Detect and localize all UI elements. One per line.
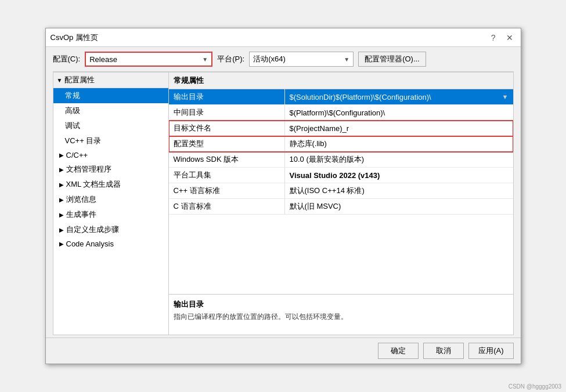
tree-item-browse[interactable]: ▶ 浏览信息 (53, 192, 168, 207)
prop-value-cpp-standard: 默认(ISO C++14 标准) (285, 183, 513, 198)
prop-section-title: 常规属性 (174, 75, 204, 86)
config-dropdown[interactable]: Release ▼ (85, 52, 212, 67)
tree-item-linker[interactable]: ▶ 文档管理程序 (53, 162, 168, 177)
prop-row-sdk-version[interactable]: Windows SDK 版本 10.0 (最新安装的版本) (169, 152, 513, 168)
tree-browse-label: 浏览信息 (66, 194, 96, 205)
prop-row-config-type[interactable]: 配置类型 静态库(.lib) (169, 136, 513, 152)
prop-row-platform-toolset[interactable]: 平台工具集 Visual Studio 2022 (v143) (169, 168, 513, 183)
description-text: 指向已编译程序的放置位置的路径。可以包括环境变量。 (174, 312, 509, 322)
properties-dialog: CsvOp 属性页 ? ✕ 配置(C): Release ▼ 平台(P): 活动… (45, 28, 521, 364)
prop-value-inter-dir: $(Platform)\$(Configuration)\ (285, 105, 513, 120)
platform-dropdown-arrow: ▼ (344, 56, 349, 63)
tree-item-build-events[interactable]: ▶ 生成事件 (53, 207, 168, 222)
tree-build-label: 生成事件 (66, 209, 96, 220)
prop-name-inter-dir: 中间目录 (169, 105, 285, 120)
title-bar: CsvOp 属性页 ? ✕ (46, 28, 521, 47)
platform-dropdown[interactable]: 活动(x64) ▼ (249, 52, 354, 67)
prop-name-target-name: 目标文件名 (169, 121, 285, 136)
config-bar: 配置(C): Release ▼ 平台(P): 活动(x64) ▼ 配置管理器(… (46, 47, 521, 71)
prop-value-target-name: $(ProjectName)_r (285, 121, 513, 136)
dialog-title: CsvOp 属性页 (51, 32, 98, 43)
prop-name-sdk-version: Windows SDK 版本 (169, 152, 285, 167)
description-title: 输出目录 (174, 299, 509, 310)
prop-name-config-type: 配置类型 (169, 136, 285, 151)
platform-value: 活动(x64) (253, 54, 286, 64)
prop-row-output-dir[interactable]: 输出目录 $(SolutionDir)$(Platform)\$(Configu… (169, 89, 513, 105)
tree-item-vc-dir[interactable]: VC++ 目录 (53, 133, 168, 148)
tree-item-general[interactable]: 常规 (53, 88, 168, 103)
bottom-bar: 确定 取消 应用(A) (46, 337, 521, 364)
main-content: ▼ 配置属性 常规 高级 调试 VC++ 目录 ▶ C/C++ ▶ 文档管理程序… (53, 71, 514, 335)
watermark: CSDN @hgggg2003 (509, 383, 561, 390)
config-dropdown-arrow: ▼ (202, 56, 208, 63)
prop-table: 输出目录 $(SolutionDir)$(Platform)\$(Configu… (169, 89, 513, 294)
help-button[interactable]: ? (488, 32, 499, 43)
prop-section-header: 常规属性 (169, 72, 513, 89)
prop-name-c-standard: C 语言标准 (169, 199, 285, 214)
prop-name-output-dir: 输出目录 (169, 89, 285, 104)
tree-cpp-arrow: ▶ (59, 152, 64, 158)
cancel-button[interactable]: 取消 (423, 343, 464, 359)
tree-item-code-analysis[interactable]: ▶ Code Analysis (53, 237, 168, 251)
prop-row-cpp-standard[interactable]: C++ 语言标准 默认(ISO C++14 标准) (169, 183, 513, 199)
tree-item-debug[interactable]: 调试 (53, 118, 168, 133)
tree-item-custom-build[interactable]: ▶ 自定义生成步骤 (53, 222, 168, 237)
config-value: Release (89, 55, 117, 64)
prop-row-target-name[interactable]: 目标文件名 $(ProjectName)_r (169, 121, 513, 136)
tree-custom-arrow: ▶ (59, 227, 64, 233)
tree-ca-arrow: ▶ (59, 241, 64, 247)
prop-row-inter-dir[interactable]: 中间目录 $(Platform)\$(Configuration)\ (169, 105, 513, 121)
title-bar-controls: ? ✕ (488, 32, 516, 43)
tree-linker-arrow: ▶ (59, 166, 64, 173)
config-manager-button[interactable]: 配置管理器(O)... (358, 52, 426, 67)
prop-value-c-standard: 默认(旧 MSVC) (285, 199, 513, 214)
platform-label: 平台(P): (217, 54, 244, 64)
tree-item-cpp[interactable]: ▶ C/C++ (53, 148, 168, 162)
prop-value-output-dir: $(SolutionDir)$(Platform)\$(Configuratio… (285, 89, 513, 104)
tree-build-arrow: ▶ (59, 212, 64, 218)
prop-value-config-type: 静态库(.lib) (285, 136, 513, 151)
tree-xml-arrow: ▶ (59, 182, 64, 188)
tree-cpp-label: C/C++ (66, 151, 88, 159)
description-panel: 输出目录 指向已编译程序的放置位置的路径。可以包括环境变量。 (169, 294, 513, 335)
tree-linker-label: 文档管理程序 (66, 164, 111, 175)
ok-button[interactable]: 确定 (378, 343, 419, 359)
prop-row-c-standard[interactable]: C 语言标准 默认(旧 MSVC) (169, 199, 513, 215)
tree-item-xml[interactable]: ▶ XML 文档生成器 (53, 177, 168, 192)
apply-button[interactable]: 应用(A) (468, 343, 513, 359)
prop-name-cpp-standard: C++ 语言标准 (169, 183, 285, 198)
tree-custom-label: 自定义生成步骤 (66, 224, 119, 235)
prop-value-sdk-version: 10.0 (最新安装的版本) (285, 152, 513, 167)
tree-browse-arrow: ▶ (59, 197, 64, 203)
config-label: 配置(C): (53, 54, 81, 64)
tree-section-header: ▼ 配置属性 (53, 72, 168, 88)
title-bar-left: CsvOp 属性页 (51, 32, 98, 43)
prop-value-platform-toolset: Visual Studio 2022 (v143) (285, 168, 513, 183)
tree-ca-label: Code Analysis (66, 239, 114, 248)
tree-section-arrow: ▼ (57, 77, 63, 84)
close-button[interactable]: ✕ (503, 32, 516, 43)
right-panel: 常规属性 输出目录 $(SolutionDir)$(Platform)\$(Co… (169, 72, 514, 335)
output-dir-dropdown-arrow: ▼ (502, 93, 509, 100)
prop-name-platform-toolset: 平台工具集 (169, 168, 285, 183)
tree-xml-label: XML 文档生成器 (66, 179, 121, 190)
left-tree: ▼ 配置属性 常规 高级 调试 VC++ 目录 ▶ C/C++ ▶ 文档管理程序… (53, 72, 169, 335)
tree-item-advanced[interactable]: 高级 (53, 103, 168, 118)
tree-section-title: 配置属性 (64, 75, 95, 85)
